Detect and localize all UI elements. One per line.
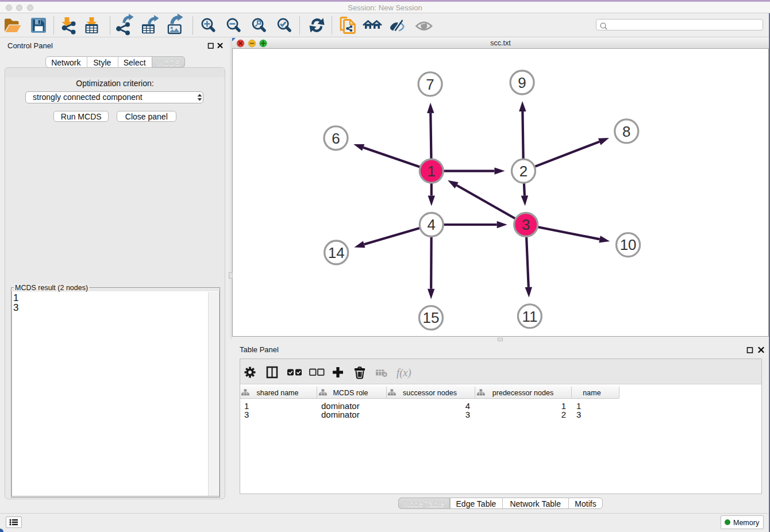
svg-text:MCDS role: MCDS role [333,389,368,397]
svg-text:6: 6 [332,130,340,147]
svg-text:9: 9 [518,74,526,91]
svg-text:15: 15 [423,309,440,326]
svg-text:2: 2 [519,163,528,180]
svg-text:8: 8 [622,123,630,140]
svg-text:f(x): f(x) [396,367,411,379]
svg-text:11: 11 [522,308,537,325]
svg-text:4: 4 [428,216,436,233]
svg-text:10: 10 [620,236,637,253]
svg-text:successor nodes: successor nodes [403,389,457,397]
svg-text:7: 7 [426,76,434,93]
svg-text:shared name: shared name [257,389,299,397]
svg-text:predecessor nodes: predecessor nodes [492,389,553,397]
svg-text:14: 14 [328,244,345,261]
svg-text:1: 1 [428,163,436,180]
svg-text:name: name [583,389,600,397]
svg-text:3: 3 [522,216,530,233]
